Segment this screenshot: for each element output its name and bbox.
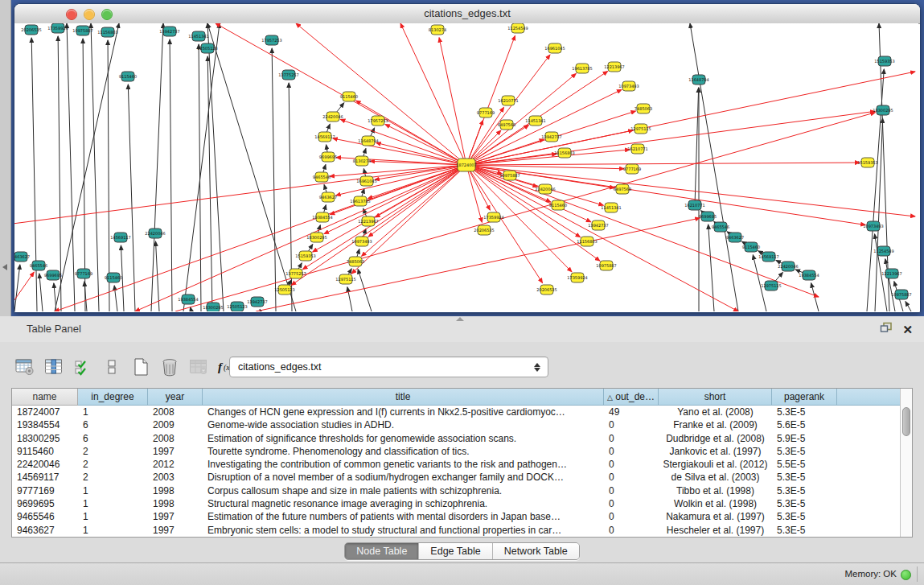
table-row[interactable]: 946362711997Embryonic stem cells: a mode… <box>12 524 912 537</box>
cell-year[interactable]: 2009 <box>148 418 203 431</box>
cell-name[interactable]: 22420046 <box>12 458 78 471</box>
close-icon[interactable]: ✕ <box>902 323 913 336</box>
column-header-short[interactable]: short <box>659 389 772 406</box>
cell-name[interactable]: 9699695 <box>12 497 78 510</box>
network-node[interactable]: 7485063 <box>634 104 652 113</box>
cell-filler[interactable] <box>837 497 902 510</box>
cell-year[interactable]: 1997 <box>148 524 203 537</box>
column-header-out-de-[interactable]: △ out_de… <box>604 389 659 406</box>
cell-in-degree[interactable]: 2 <box>78 471 148 484</box>
cell-year[interactable]: 1997 <box>148 510 203 523</box>
network-node[interactable]: 16961045 <box>544 43 565 53</box>
cell-title[interactable]: Embryonic stem cells: a model to study s… <box>203 524 604 537</box>
column-header-in-degree[interactable]: in_degree <box>78 389 148 406</box>
network-node[interactable]: 8130274 <box>353 156 371 166</box>
cell-filler[interactable] <box>837 458 902 471</box>
network-canvas[interactable]: 1872400720206535173599241097588711156803… <box>14 23 918 311</box>
cell-title[interactable]: Structural magnetic resonance image aver… <box>203 497 604 510</box>
new-document-icon[interactable] <box>129 355 153 379</box>
memory-status-icon[interactable] <box>901 570 911 580</box>
network-node[interactable]: 9699695 <box>699 212 717 221</box>
collapse-arrow-icon[interactable] <box>2 264 7 270</box>
cell-year[interactable]: 2012 <box>148 458 203 471</box>
column-header-title[interactable]: title <box>203 389 604 406</box>
cell-filler[interactable] <box>837 510 902 523</box>
vertical-scrollbar[interactable] <box>900 389 912 537</box>
cell-short[interactable]: Dudbridge et al. (2008) <box>659 432 772 445</box>
network-node[interactable]: 18300295 <box>203 303 223 311</box>
network-node[interactable]: 15159353 <box>295 251 315 261</box>
network-node[interactable]: 9115460 <box>742 242 760 252</box>
network-node[interactable]: 13775257 <box>278 70 298 80</box>
table-selector-dropdown[interactable]: citations_edges.txt <box>229 356 548 377</box>
tab-network-table[interactable]: Network Table <box>492 543 579 559</box>
network-node[interactable]: 9115460 <box>549 200 567 210</box>
cell-title[interactable]: Tourette syndrome. Phenomenology and cla… <box>203 445 604 458</box>
cell-in-degree[interactable]: 1 <box>78 406 148 418</box>
cell-out-de-[interactable]: 0 <box>604 484 659 497</box>
cell-title[interactable]: Estimation of the future numbers of pati… <box>203 510 604 523</box>
cell-pagerank[interactable]: 5.6E-5 <box>772 418 837 431</box>
cell-filler[interactable] <box>837 418 902 431</box>
cell-out-de-[interactable]: 0 <box>604 510 659 523</box>
network-node[interactable]: 19613785 <box>350 196 370 206</box>
column-header-year[interactable]: year <box>148 389 203 406</box>
cell-in-degree[interactable]: 2 <box>78 458 148 471</box>
network-node[interactable]: 12505123 <box>197 43 217 53</box>
table-row[interactable]: 911546021997Tourette syndrome. Phenomeno… <box>12 445 912 458</box>
cell-in-degree[interactable]: 2 <box>78 445 148 458</box>
cell-out-de-[interactable]: 0 <box>604 471 659 484</box>
table-row[interactable]: 969969511998Structural magnetic resonanc… <box>12 497 912 510</box>
network-node[interactable]: 11451341 <box>601 203 621 212</box>
row-check-icon[interactable] <box>71 355 95 379</box>
network-node[interactable]: 8130274 <box>429 25 446 35</box>
cell-in-degree[interactable]: 1 <box>78 497 148 510</box>
cell-out-de-[interactable]: 0 <box>604 432 659 445</box>
cell-title[interactable]: Changes of HCN gene expression and I(f) … <box>203 406 604 418</box>
network-node[interactable]: 12975115 <box>630 124 651 134</box>
cell-filler[interactable] <box>837 524 902 537</box>
cell-short[interactable]: Jankovic et al. (1997) <box>659 445 772 458</box>
cell-pagerank[interactable]: 5.5E-5 <box>772 458 837 471</box>
network-node[interactable]: 12213967 <box>604 62 624 72</box>
network-node[interactable]: 12975115 <box>335 274 355 284</box>
control-panel-collapsed-strip[interactable] <box>0 0 11 316</box>
cell-title[interactable]: Estimation of significance thresholds fo… <box>203 432 604 445</box>
network-node[interactable]: 16210771 <box>684 200 704 210</box>
network-node[interactable]: 10975887 <box>72 26 92 35</box>
cell-year[interactable]: 2008 <box>148 406 203 418</box>
splitter-handle[interactable] <box>456 317 464 321</box>
cell-year[interactable]: 1997 <box>148 445 203 458</box>
cell-name[interactable]: 9465546 <box>12 510 78 523</box>
cell-short[interactable]: Yano et al. (2008) <box>659 406 772 418</box>
network-node[interactable]: 10975887 <box>891 290 911 299</box>
network-node[interactable]: 12213967 <box>881 269 901 278</box>
network-node[interactable]: 9699695 <box>319 152 337 162</box>
cell-out-de-[interactable]: 0 <box>604 458 659 471</box>
cell-out-de-[interactable]: 49 <box>604 406 659 418</box>
network-node[interactable]: 6497568 <box>614 184 631 194</box>
cell-title[interactable]: Corpus callosum shape and size in male p… <box>203 484 604 497</box>
table-row[interactable]: 1872400712008Changes of HCN gene express… <box>12 406 912 418</box>
cell-short[interactable]: Tibbo et al. (1998) <box>659 484 772 497</box>
cell-in-degree[interactable]: 1 <box>78 484 148 497</box>
table-row[interactable]: 977716911998Corpus callosum shape and si… <box>12 484 912 497</box>
column-edit-icon[interactable] <box>42 355 66 379</box>
network-node[interactable]: 9115460 <box>105 273 122 282</box>
network-node[interactable]: 20206535 <box>474 225 494 235</box>
cell-short[interactable]: Stergiakouli et al. (2012) <box>659 458 772 471</box>
cell-year[interactable]: 1998 <box>148 484 203 497</box>
cell-title[interactable]: Disruption of a novel member of a sodium… <box>203 471 604 484</box>
cell-pagerank[interactable]: 5.3E-5 <box>772 510 837 523</box>
cell-year[interactable]: 2008 <box>148 432 203 445</box>
cell-filler[interactable] <box>837 484 902 497</box>
network-node[interactable]: 9465546 <box>712 222 729 232</box>
network-node[interactable]: 9777169 <box>477 108 495 117</box>
cell-short[interactable]: Franke et al. (2009) <box>659 418 772 431</box>
network-node[interactable]: 10975887 <box>596 261 616 270</box>
cell-short[interactable]: Wolkin et al. (1998) <box>659 497 772 510</box>
cell-in-degree[interactable]: 1 <box>78 524 148 537</box>
rows-icon[interactable] <box>100 355 124 379</box>
table-row[interactable]: 946554611997Estimation of the future num… <box>12 510 912 523</box>
network-node[interactable]: 9463627 <box>726 233 744 242</box>
